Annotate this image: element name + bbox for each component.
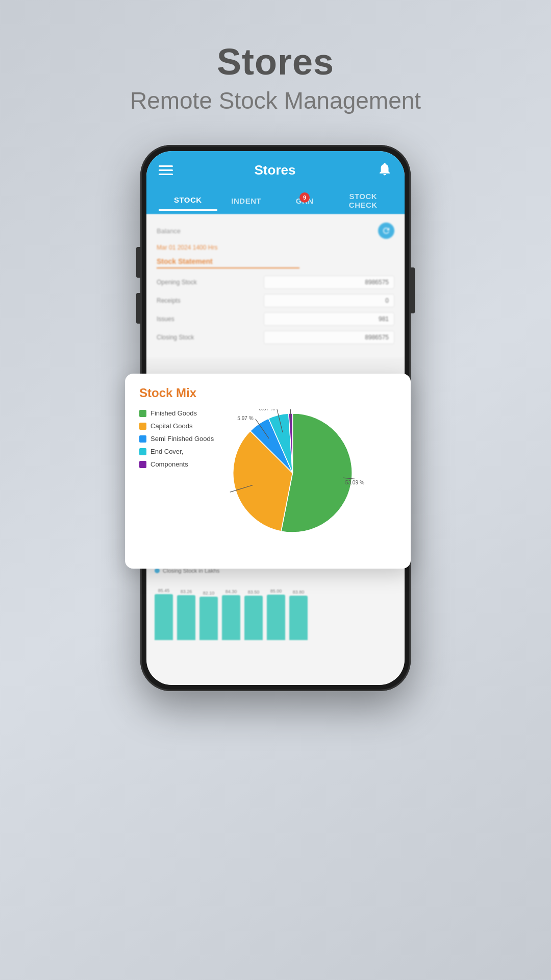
bar-group-1: 85.45 bbox=[155, 588, 173, 640]
app-header: Stores STOCK INDENT GRN 9 STOCK C bbox=[146, 151, 405, 214]
svg-text:1.04 %: 1.04 % bbox=[272, 409, 288, 410]
bar-3 bbox=[199, 597, 218, 640]
page-header: Stores Remote Stock Management bbox=[130, 41, 421, 114]
bar-chart-row: 85.45 83.26 82.10 84.30 bbox=[155, 579, 396, 650]
legend-label-capital-goods: Capital Goods bbox=[151, 422, 192, 430]
legend-label-finished-goods: Finished Goods bbox=[151, 409, 197, 417]
closing-stock-value: 8986575 bbox=[264, 331, 394, 344]
legend-capital-goods: Capital Goods bbox=[139, 422, 221, 430]
volume-up-button bbox=[136, 247, 140, 278]
power-button bbox=[411, 267, 415, 313]
opening-stock-label: Opening Stock bbox=[157, 279, 252, 286]
bar-1 bbox=[155, 594, 173, 640]
filter-label: Balance bbox=[157, 227, 181, 235]
svg-text:53.09 %: 53.09 % bbox=[345, 480, 364, 485]
closing-stock-label: Closing Stock bbox=[157, 334, 252, 341]
legend-dot-components bbox=[139, 461, 146, 468]
bar-group-7: 83.80 bbox=[289, 590, 308, 640]
tab-grn[interactable]: GRN 9 bbox=[276, 191, 334, 210]
issues-label: Issues bbox=[157, 315, 252, 323]
legend-dot-finished-goods bbox=[139, 410, 146, 417]
receipts-value: 0 bbox=[264, 294, 394, 307]
bar-group-4: 84.30 bbox=[222, 589, 240, 640]
tab-stock[interactable]: STOCK bbox=[159, 190, 217, 211]
legend-end-cover: End Cover, bbox=[139, 448, 221, 455]
bar-group-5: 83.50 bbox=[244, 590, 263, 640]
bar-group-3: 82.10 bbox=[199, 591, 218, 640]
pie-chart: 53.09 %34.33 %5.97 %5.57 %1.04 % bbox=[229, 409, 372, 552]
pie-chart-container: 53.09 %34.33 %5.97 %5.57 %1.04 % bbox=[229, 409, 396, 554]
bar-7 bbox=[289, 596, 308, 640]
page-title: Stores bbox=[130, 41, 421, 83]
legend-label-semi-finished: Semi Finished Goods bbox=[151, 435, 214, 443]
bar-2 bbox=[177, 595, 195, 640]
receipts-row: Receipts 0 bbox=[157, 294, 394, 307]
stock-statement-title: Stock Statement bbox=[157, 257, 299, 268]
app-title: Stores bbox=[255, 162, 296, 178]
issues-value: 981 bbox=[264, 312, 394, 326]
notification-bell-icon[interactable] bbox=[377, 161, 392, 179]
bar-5 bbox=[244, 596, 263, 640]
pie-legend: Finished Goods Capital Goods Semi Finish… bbox=[139, 409, 221, 468]
legend-dot-end-cover bbox=[139, 448, 146, 455]
legend-label-components: Components bbox=[151, 460, 188, 468]
page-subtitle: Remote Stock Management bbox=[130, 87, 421, 114]
chart-legend-dot bbox=[155, 568, 160, 573]
stock-mix-title: Stock Mix bbox=[139, 386, 396, 400]
bottom-bar-chart: Closing Stock in Lakhs 85.45 83.26 82.10 bbox=[146, 562, 405, 685]
bar-4 bbox=[222, 595, 240, 640]
legend-dot-capital-goods bbox=[139, 423, 146, 430]
tab-stock-check[interactable]: STOCK CHECK bbox=[334, 187, 393, 214]
grn-badge: 9 bbox=[299, 192, 310, 203]
legend-semi-finished: Semi Finished Goods bbox=[139, 435, 221, 443]
bar-group-2: 83.26 bbox=[177, 589, 195, 640]
tab-indent[interactable]: INDENT bbox=[217, 191, 276, 210]
volume-down-button bbox=[136, 293, 140, 324]
opening-stock-row: Opening Stock 8986575 bbox=[157, 276, 394, 289]
phone-mockup: Stores STOCK INDENT GRN 9 STOCK C bbox=[140, 145, 411, 691]
bar-6 bbox=[267, 595, 285, 640]
legend-components: Components bbox=[139, 460, 221, 468]
svg-text:5.97 %: 5.97 % bbox=[237, 415, 253, 421]
stock-screen-content: Balance Mar 01 2024 1400 Hrs Stock State… bbox=[146, 214, 405, 357]
bar-group-6: 85.00 bbox=[267, 589, 285, 640]
stock-date: Mar 01 2024 1400 Hrs bbox=[157, 244, 394, 251]
closing-stock-row: Closing Stock 8986575 bbox=[157, 331, 394, 344]
receipts-label: Receipts bbox=[157, 297, 252, 304]
legend-dot-semi-finished bbox=[139, 435, 146, 443]
stock-mix-body: Finished Goods Capital Goods Semi Finish… bbox=[139, 409, 396, 554]
issues-row: Issues 981 bbox=[157, 312, 394, 326]
legend-finished-goods: Finished Goods bbox=[139, 409, 221, 417]
legend-label-end-cover: End Cover, bbox=[151, 448, 183, 455]
stock-mix-card: Stock Mix Finished Goods Capital Goods S… bbox=[125, 374, 411, 569]
app-tabs: STOCK INDENT GRN 9 STOCK CHECK bbox=[159, 187, 392, 214]
refresh-button[interactable] bbox=[378, 223, 394, 239]
opening-stock-value: 8986575 bbox=[264, 276, 394, 289]
hamburger-menu-icon[interactable] bbox=[159, 165, 173, 175]
